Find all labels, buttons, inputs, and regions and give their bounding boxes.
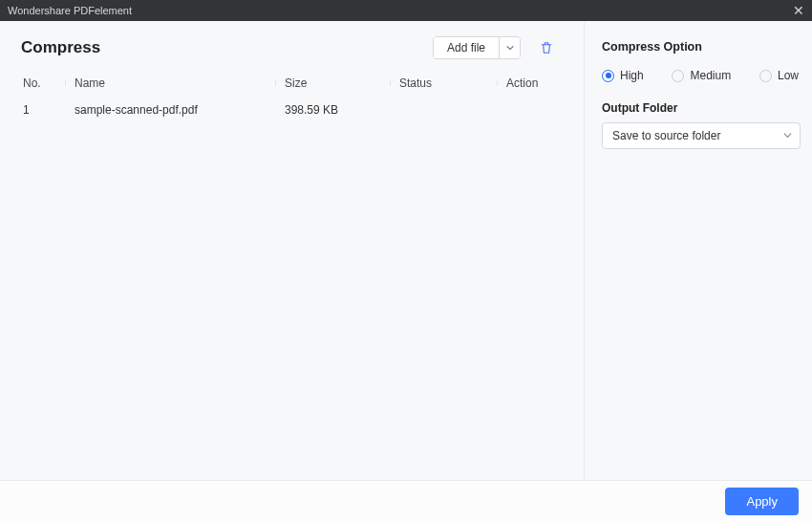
radio-high-label: High	[620, 69, 644, 82]
options-heading: Compress Option	[602, 40, 801, 54]
cell-no: 1	[21, 103, 65, 117]
trash-icon	[539, 40, 554, 55]
cell-size: 398.59 KB	[275, 103, 390, 117]
cell-name: sample-scanned-pdf.pdf	[65, 103, 275, 117]
col-name: Name	[65, 76, 275, 90]
compress-level-radios: High Medium Low	[602, 69, 801, 82]
add-file-dropdown[interactable]	[499, 37, 520, 58]
table-row[interactable]: 1 sample-scanned-pdf.pdf 398.59 KB	[21, 96, 572, 124]
radio-dot-icon	[602, 70, 614, 82]
titlebar: Wondershare PDFelement ✕	[0, 0, 812, 21]
chevron-down-icon	[506, 44, 514, 52]
add-file-button[interactable]: Add file	[434, 37, 499, 58]
main-panel: Compress Add file No. Name Size Status A…	[0, 21, 584, 480]
add-file-group: Add file	[433, 36, 521, 59]
radio-dot-icon	[672, 70, 684, 82]
app-title: Wondershare PDFelement	[8, 5, 132, 16]
delete-button[interactable]	[538, 39, 555, 56]
radio-low-label: Low	[778, 69, 799, 82]
chevron-down-icon	[783, 129, 792, 142]
col-size: Size	[275, 76, 390, 90]
col-action: Action	[497, 76, 562, 90]
radio-high[interactable]: High	[602, 69, 644, 82]
radio-medium[interactable]: Medium	[672, 69, 731, 82]
page-title: Compress	[21, 38, 433, 57]
radio-dot-icon	[759, 70, 772, 82]
output-folder-select[interactable]: Save to source folder	[602, 122, 801, 149]
output-folder-heading: Output Folder	[602, 101, 801, 115]
radio-low[interactable]: Low	[759, 69, 799, 82]
output-folder-value: Save to source folder	[612, 129, 720, 142]
options-panel: Compress Option High Medium Low Output F…	[585, 21, 812, 480]
close-icon[interactable]: ✕	[793, 4, 804, 17]
apply-button[interactable]: Apply	[725, 488, 799, 515]
table-header: No. Name Size Status Action	[21, 71, 572, 96]
col-no: No.	[21, 76, 65, 90]
radio-medium-label: Medium	[690, 69, 731, 82]
col-status: Status	[390, 76, 497, 90]
footer: Apply	[0, 480, 812, 521]
